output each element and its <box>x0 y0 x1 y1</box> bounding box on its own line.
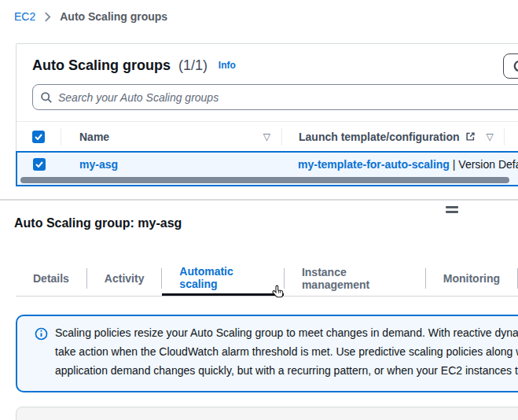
alert-line: Scaling policies resize your Auto Scalin… <box>55 323 518 342</box>
split-panel-resize-handle[interactable] <box>446 206 458 216</box>
split-panel-title: Auto Scaling group: my-asg <box>14 216 182 230</box>
select-all-cell <box>17 131 61 143</box>
tab-details[interactable]: Details <box>16 261 86 296</box>
horizontal-scrollbar-thumb[interactable] <box>20 177 509 183</box>
scaling-policies-card-header <box>16 407 518 420</box>
tab-automatic-scaling[interactable]: Automatic scaling <box>162 261 284 296</box>
breadcrumb-link-ec2[interactable]: EC2 <box>14 10 35 23</box>
refresh-button[interactable] <box>503 53 518 79</box>
breadcrumb: EC2 Auto Scaling groups <box>14 10 167 23</box>
chevron-right-icon <box>44 12 51 22</box>
tab-instance-management[interactable]: Instance management <box>285 261 425 296</box>
tabs-bar: Details Activity Automatic scaling Insta… <box>16 261 518 297</box>
column-header-name[interactable]: Name ▽ <box>61 131 281 143</box>
info-icon <box>35 327 48 343</box>
column-label: Name <box>79 131 109 143</box>
cell-name: my-asg <box>61 158 281 171</box>
row-checkbox[interactable] <box>33 158 46 171</box>
screen: { "colors": { "accent_blue": "#0972d3", … <box>0 0 518 420</box>
search-row <box>17 83 518 121</box>
select-all-checkbox[interactable] <box>32 131 45 143</box>
sort-icon[interactable]: ▽ <box>487 131 494 142</box>
cell-launch-template: my-template-for-auto-scaling | Version D… <box>281 158 503 171</box>
asg-name-link[interactable]: my-asg <box>79 158 118 171</box>
info-link[interactable]: Info <box>219 60 236 71</box>
search-box[interactable] <box>32 84 518 110</box>
external-link-icon <box>465 131 476 142</box>
launch-template-version: | Version Default <box>450 158 518 171</box>
search-input[interactable] <box>58 91 518 104</box>
selected-row-outline: my-asg my-template-for-auto-scaling | Ve… <box>16 151 518 186</box>
split-panel-border <box>0 199 518 201</box>
asg-table-card: Auto Scaling groups (1/1) Info <box>16 43 518 186</box>
tab-activity[interactable]: Activity <box>87 261 162 296</box>
column-label: Launch template/configuration <box>299 131 460 143</box>
sort-icon[interactable]: ▽ <box>263 131 270 142</box>
row-select-cell <box>17 158 61 171</box>
refresh-icon <box>512 59 518 73</box>
page-title: Auto Scaling groups <box>32 57 171 73</box>
horizontal-scrollbar <box>17 175 518 185</box>
info-alert: Scaling policies resize your Auto Scalin… <box>16 315 518 392</box>
column-divider <box>504 128 505 146</box>
breadcrumb-current: Auto Scaling groups <box>60 10 167 23</box>
search-icon <box>40 91 53 104</box>
result-count: (1/1) <box>178 57 208 73</box>
table-header-row: Name ▽ Launch template/configuration ▽ <box>17 121 518 151</box>
alert-text: Scaling policies resize your Auto Scalin… <box>55 323 518 380</box>
alert-line: application demand changes quickly, but … <box>55 361 518 380</box>
launch-template-link[interactable]: my-template-for-auto-scaling <box>298 158 450 171</box>
table-card-header: Auto Scaling groups (1/1) Info <box>17 44 518 83</box>
column-header-launch-template[interactable]: Launch template/configuration ▽ <box>282 131 504 143</box>
tab-monitoring[interactable]: Monitoring <box>426 261 517 296</box>
table-row[interactable]: my-asg my-template-for-auto-scaling | Ve… <box>17 153 518 175</box>
alert-line: take action when the CloudWatch alarm th… <box>55 342 518 361</box>
